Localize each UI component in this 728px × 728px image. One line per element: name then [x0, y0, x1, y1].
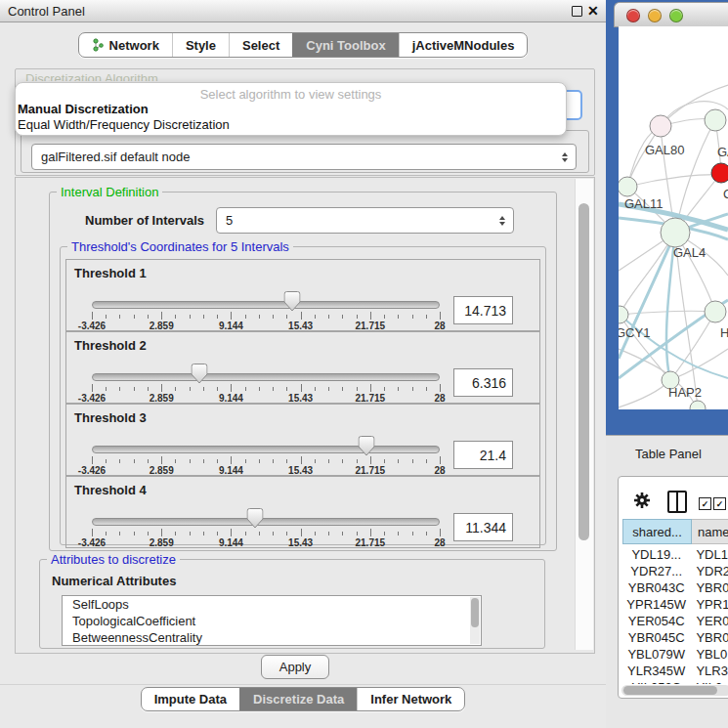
- tick-mark: [106, 459, 107, 463]
- table-row[interactable]: YER054CYER0: [622, 613, 728, 629]
- tick-mark: [217, 532, 218, 535]
- number-of-intervals-value: 5: [226, 213, 233, 228]
- tick-label: 21.715: [356, 321, 386, 331]
- tick-mark: [175, 459, 176, 463]
- traffic-light-red-icon[interactable]: [626, 9, 640, 22]
- attribute-item-betweennesscentrality[interactable]: BetweennessCentrality: [63, 629, 481, 646]
- tick-mark: [315, 387, 316, 391]
- table-row[interactable]: YDL19...YDL1: [622, 546, 728, 563]
- tick-mark: [148, 459, 149, 463]
- tab-network[interactable]: Network: [79, 33, 172, 57]
- attributes-scrollbar-thumb[interactable]: [471, 598, 479, 627]
- tick-mark: [175, 532, 176, 535]
- threshold-slider[interactable]: -3.4262.8599.14415.4321.71528: [92, 477, 440, 547]
- tick-mark: [203, 532, 204, 535]
- table-row[interactable]: YDR27...YDR2: [622, 563, 728, 579]
- column-header-shared-name[interactable]: shared...: [622, 519, 692, 544]
- table-row[interactable]: YBL079WYBL0: [622, 646, 728, 663]
- table-row[interactable]: YBR045CYBR0: [622, 629, 728, 646]
- tab-jactivemnodules[interactable]: jActiveMNodules: [399, 33, 528, 57]
- tab-cyni-toolbox[interactable]: Cyni Toolbox: [292, 33, 398, 57]
- control-panel-titlebar: Control Panel ✕: [0, 0, 606, 22]
- slider-thumb[interactable]: [247, 508, 264, 533]
- threshold-value-field[interactable]: 6.316: [453, 368, 513, 397]
- network-desktop: GAL80GACGAL11GAL4GCY1HHAP2: [606, 0, 728, 435]
- attribute-item-selfloops[interactable]: SelfLoops: [63, 596, 481, 613]
- network-window-titlebar[interactable]: [614, 2, 728, 27]
- tick-mark: [231, 312, 232, 320]
- apply-button[interactable]: Apply: [261, 655, 329, 679]
- table-rows: YDL19...YDL1YDR27...YDR2YBR043CYBR0YPR14…: [622, 546, 728, 684]
- table-panel-title: Table Panel: [635, 447, 702, 461]
- table-row[interactable]: YLR345WYLR3: [622, 663, 728, 679]
- vertical-scrollbar-thumb[interactable]: [578, 203, 589, 540]
- slider-thumb[interactable]: [284, 291, 301, 316]
- tick-mark: [426, 315, 427, 319]
- table-row[interactable]: YPR145WYPR1: [622, 596, 728, 613]
- tick-mark: [106, 315, 107, 319]
- tab-infer-network[interactable]: Infer Network: [357, 688, 464, 710]
- tick-mark: [273, 315, 274, 319]
- gear-icon[interactable]: [633, 492, 651, 513]
- slider-track: [92, 301, 440, 309]
- attributes-list[interactable]: SelfLoopsTopologicalCoefficientBetweenne…: [62, 595, 482, 646]
- close-icon[interactable]: ✕: [587, 2, 599, 20]
- slider-tick-labels: -3.4262.8599.14415.4321.71528: [92, 537, 440, 548]
- checkbox-icon[interactable]: ✓: [699, 497, 711, 510]
- tick-mark: [134, 315, 135, 319]
- tab-discretize-data[interactable]: Discretize Data: [239, 688, 357, 710]
- dropdown-option-equal-width-frequency-discretization[interactable]: Equal Width/Frequency Discretization: [18, 117, 230, 132]
- network-canvas[interactable]: GAL80GACGAL11GAL4GCY1HHAP2: [619, 26, 728, 409]
- float-window-icon[interactable]: [572, 6, 582, 17]
- threshold-slider[interactable]: -3.4262.8599.14415.4321.71528: [92, 332, 440, 403]
- algorithm-dropdown: Select algorithm to view settings Manual…: [15, 82, 567, 136]
- tick-mark: [384, 532, 385, 535]
- checkbox-icon[interactable]: ✓: [713, 497, 726, 510]
- tick-mark: [161, 529, 162, 536]
- threshold-slider[interactable]: -3.4262.8599.14415.4321.71528: [92, 405, 440, 475]
- threshold-value-field[interactable]: 21.4: [453, 441, 513, 469]
- table-data-combo[interactable]: galFiltered.sif default node: [31, 144, 577, 170]
- tick-mark: [342, 532, 343, 535]
- tick-label: 15.43: [288, 321, 313, 331]
- split-view-icon[interactable]: [667, 491, 687, 513]
- tick-mark: [134, 459, 135, 463]
- cell-shared-name: YBR043C: [622, 579, 690, 596]
- tick-label: -3.426: [78, 465, 106, 476]
- table-row[interactable]: YIL053CYIL0: [622, 679, 728, 684]
- cell-shared-name: YDR27...: [622, 563, 690, 579]
- tab-style[interactable]: Style: [172, 33, 229, 57]
- column-header-name[interactable]: name: [692, 519, 728, 544]
- tab-impute-data[interactable]: Impute Data: [142, 688, 239, 710]
- slider-thumb[interactable]: [359, 436, 375, 460]
- thresholds-group-label: Threshold's Coordinates for 5 Intervals: [67, 239, 293, 254]
- dropdown-option-manual-discretization[interactable]: Manual Discretization: [18, 102, 149, 116]
- interval-definition-group: Interval Definition Number of Intervals …: [49, 192, 557, 551]
- attribute-item-topologicalcoefficient[interactable]: TopologicalCoefficient: [63, 613, 481, 629]
- horizontal-scrollbar-thumb[interactable]: [623, 686, 717, 695]
- traffic-light-yellow-icon[interactable]: [648, 9, 662, 22]
- tab-select[interactable]: Select: [229, 33, 292, 57]
- cell-name: YLR3: [690, 663, 728, 679]
- tick-mark: [398, 315, 399, 319]
- cell-shared-name: YDL19...: [622, 546, 690, 563]
- panel-title: Control Panel: [8, 4, 85, 19]
- tick-mark: [190, 387, 191, 391]
- tick-label: -3.426: [78, 537, 106, 548]
- vertical-scrollbar[interactable]: [575, 179, 593, 650]
- tick-mark: [92, 529, 93, 536]
- attributes-scrollbar[interactable]: [470, 597, 480, 644]
- table-row[interactable]: YBR043CYBR0: [622, 579, 728, 596]
- cell-name: YIL0: [690, 679, 728, 684]
- slider-thumb[interactable]: [192, 364, 208, 388]
- svg-text:C: C: [723, 187, 728, 201]
- traffic-light-green-icon[interactable]: [669, 9, 683, 22]
- tick-label: 9.144: [219, 321, 243, 331]
- tick-label: 15.43: [288, 465, 313, 476]
- horizontal-scrollbar[interactable]: [621, 685, 728, 696]
- threshold-value-field[interactable]: 14.713: [453, 296, 513, 324]
- tick-mark: [412, 387, 413, 391]
- number-of-intervals-combo[interactable]: 5: [216, 207, 514, 234]
- threshold-value-field[interactable]: 11.344: [453, 513, 513, 541]
- threshold-slider[interactable]: -3.4262.8599.14415.4321.71528: [92, 260, 440, 330]
